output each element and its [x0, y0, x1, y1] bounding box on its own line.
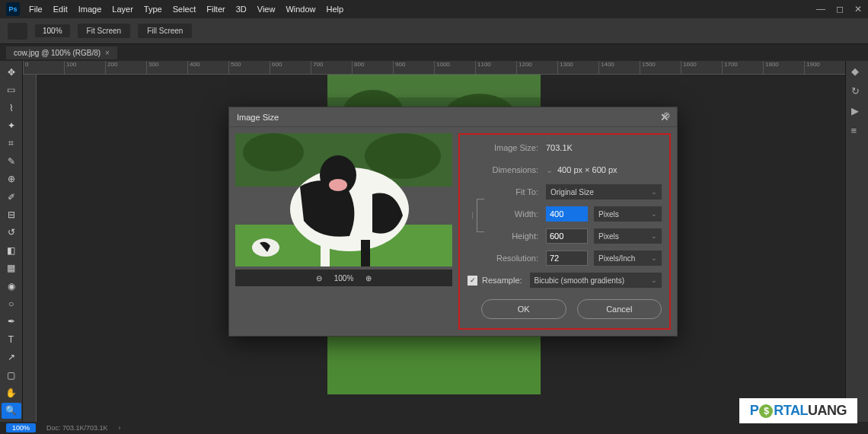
eraser-tool-icon[interactable]: ◧ — [2, 242, 21, 258]
menu-edit[interactable]: Edit — [53, 5, 68, 14]
document-tabs: cow.jpg @ 100% (RGB/8) × — [0, 44, 868, 61]
fit-to-label: Fit To: — [481, 187, 546, 196]
type-tool-icon[interactable]: T — [2, 331, 21, 347]
dimensions-label: Dimensions: — [481, 165, 546, 174]
fit-to-select[interactable]: Original Size⌄ — [546, 184, 662, 199]
resample-checkbox[interactable]: ✓ — [468, 276, 477, 286]
menu-items: File Edit Image Layer Type Select Filter… — [29, 5, 343, 14]
resolution-unit-select[interactable]: Pixels/Inch⌄ — [594, 251, 662, 266]
zoom-tool-icon[interactable]: 🔍 — [2, 403, 21, 419]
chevron-down-icon[interactable]: ⌄ — [546, 165, 553, 175]
coin-icon: $ — [759, 404, 773, 418]
menu-layer[interactable]: Layer — [112, 5, 133, 14]
width-label: Width: — [481, 209, 546, 219]
resolution-input[interactable] — [546, 251, 588, 266]
zoom-in-icon[interactable]: ⊕ — [365, 274, 372, 282]
svg-point-15 — [243, 133, 304, 171]
play-icon[interactable]: ▶ — [851, 105, 863, 117]
zoom-out-icon[interactable]: ⊖ — [316, 274, 322, 282]
swatches-icon[interactable]: ◆ — [851, 65, 863, 78]
status-chevron-icon[interactable]: › — [119, 424, 121, 432]
width-unit-select[interactable]: Pixels⌄ — [594, 206, 662, 222]
image-size-value: 703.1K — [546, 143, 573, 152]
marquee-tool-icon[interactable]: ▭ — [2, 81, 21, 97]
fit-screen-button[interactable]: Fit Screen — [78, 24, 131, 38]
gradient-tool-icon[interactable]: ▦ — [2, 260, 21, 276]
svg-rect-21 — [321, 240, 330, 266]
heal-tool-icon[interactable]: ⊕ — [2, 171, 21, 187]
eyedropper-tool-icon[interactable]: ✎ — [2, 153, 21, 169]
ok-button[interactable]: OK — [481, 299, 566, 319]
vertical-ruler — [23, 75, 37, 422]
menu-type[interactable]: Type — [144, 5, 162, 14]
dialog-title-text: Image Size — [237, 113, 279, 122]
status-doc-size: Doc: 703.1K/703.1K — [46, 424, 108, 432]
gear-icon[interactable]: ⚙ — [662, 110, 671, 121]
watermark-logo: P $ RTAL UANG — [739, 398, 857, 423]
document-tab-title: cow.jpg @ 100% (RGB/8) — [14, 49, 101, 57]
fill-screen-button[interactable]: Fill Screen — [138, 24, 192, 38]
status-bar: 100% Doc: 703.1K/703.1K › — [0, 422, 868, 434]
pen-tool-icon[interactable]: ✒ — [2, 314, 21, 330]
dimensions-value: 400 px × 600 px — [557, 165, 617, 174]
app-logo: Ps — [6, 2, 20, 16]
tool-preset-icon[interactable] — [8, 23, 27, 40]
cancel-button[interactable]: Cancel — [577, 299, 662, 319]
move-tool-icon[interactable]: ✥ — [2, 64, 21, 80]
zoom-level[interactable]: 100% — [35, 24, 70, 37]
preview-zoom-value: 100% — [334, 274, 354, 282]
menu-select[interactable]: Select — [173, 5, 196, 14]
menu-bar: Ps File Edit Image Layer Type Select Fil… — [0, 0, 868, 18]
preview-image — [235, 133, 452, 266]
info-icon[interactable]: ≡ — [851, 125, 863, 137]
crop-tool-icon[interactable]: ⌗ — [2, 136, 21, 152]
tools-panel: ✥ ▭ ⌇ ✦ ⌗ ✎ ⊕ ✐ ⊟ ↺ ◧ ▦ ◉ ○ ✒ T ↗ ▢ ✋ 🔍 — [0, 61, 23, 422]
preview-pane: ⊖ 100% ⊕ — [235, 133, 452, 330]
wand-tool-icon[interactable]: ✦ — [2, 117, 21, 133]
stamp-tool-icon[interactable]: ⊟ — [2, 206, 21, 222]
horizontal-ruler: 0 100 200 300 400 500 600 700 800 900 10… — [23, 61, 845, 75]
height-unit-select[interactable]: Pixels⌄ — [594, 228, 662, 244]
window-controls: — ◻ ✕ — [816, 4, 862, 14]
close-icon[interactable]: ✕ — [854, 4, 862, 14]
right-panel-strip: ◆ ↻ ▶ ≡ — [845, 61, 868, 422]
svg-point-20 — [329, 179, 347, 191]
brush-tool-icon[interactable]: ✐ — [2, 189, 21, 205]
menu-filter[interactable]: Filter — [206, 5, 225, 14]
shape-tool-icon[interactable]: ▢ — [2, 367, 21, 383]
resample-select[interactable]: Bicubic (smooth gradients)⌄ — [530, 273, 662, 288]
width-input[interactable] — [546, 206, 588, 222]
image-size-label: Image Size: — [481, 143, 546, 152]
lasso-tool-icon[interactable]: ⌇ — [2, 100, 21, 116]
menu-view[interactable]: View — [257, 5, 276, 14]
menu-3d[interactable]: 3D — [236, 5, 247, 14]
menu-image[interactable]: Image — [78, 5, 102, 14]
dodge-tool-icon[interactable]: ○ — [2, 295, 21, 311]
menu-window[interactable]: Window — [286, 5, 315, 14]
tab-close-icon[interactable]: × — [105, 49, 110, 57]
history-brush-icon[interactable]: ↺ — [2, 225, 21, 241]
dialog-titlebar[interactable]: Image Size ✕ — [229, 107, 677, 127]
menu-file[interactable]: File — [29, 5, 43, 14]
resample-label: Resample: — [482, 276, 522, 285]
blur-tool-icon[interactable]: ◉ — [2, 278, 21, 294]
history-icon[interactable]: ↻ — [851, 85, 863, 97]
resolution-label: Resolution: — [481, 254, 546, 263]
image-size-dialog: Image Size ✕ — [228, 107, 678, 337]
settings-pane: ⚙ Image Size: 703.1K Dimensions: ⌄ 400 p… — [458, 133, 671, 330]
svg-rect-22 — [361, 240, 370, 266]
height-input[interactable] — [546, 228, 588, 244]
options-bar: 100% Fit Screen Fill Screen — [0, 18, 868, 44]
document-tab[interactable]: cow.jpg @ 100% (RGB/8) × — [6, 46, 117, 59]
height-label: Height: — [481, 231, 546, 241]
minimize-icon[interactable]: — — [816, 4, 825, 14]
hand-tool-icon[interactable]: ✋ — [2, 385, 21, 400]
preview-zoom-controls: ⊖ 100% ⊕ — [235, 270, 452, 286]
status-zoom[interactable]: 100% — [6, 423, 36, 432]
menu-help[interactable]: Help — [327, 5, 344, 14]
path-tool-icon[interactable]: ↗ — [2, 349, 21, 365]
maximize-icon[interactable]: ◻ — [836, 4, 844, 14]
